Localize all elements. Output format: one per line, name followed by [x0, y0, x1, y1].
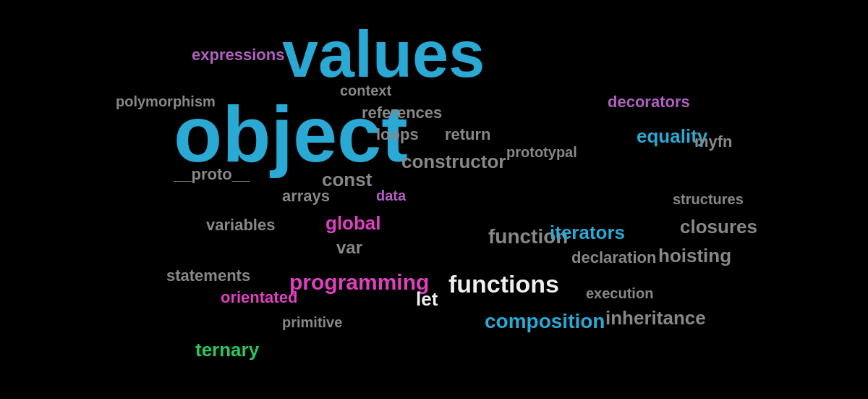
word-arrays: arrays	[282, 188, 330, 204]
word-expressions: expressions	[192, 47, 284, 63]
word-closures: closures	[680, 217, 757, 236]
word-statements: statements	[166, 268, 250, 284]
word-global: global	[326, 214, 381, 232]
word-let: let	[416, 290, 438, 308]
word-functions: functions	[448, 272, 559, 296]
word-inheritance: inheritance	[605, 308, 706, 327]
word-structures: structures	[673, 192, 744, 206]
word-polymorphism: polymorphism	[116, 94, 216, 109]
word-iterators: iterators	[550, 223, 625, 242]
word-orientated: orientated	[221, 290, 297, 306]
word-hoisting: hoisting	[658, 246, 731, 265]
word-composition: composition	[485, 311, 605, 332]
word-ternary: ternary	[195, 340, 259, 359]
word-loops: loops	[376, 127, 419, 143]
word---proto--: __proto__	[174, 167, 250, 182]
word-primitive: primitive	[282, 315, 342, 329]
word-context: context	[340, 83, 391, 98]
word-data: data	[376, 188, 406, 203]
word-programming: programming	[289, 272, 429, 293]
word-references: references	[362, 105, 442, 121]
word-myfn: myfn	[694, 134, 733, 150]
word-prototypal: prototypal	[506, 145, 577, 159]
word-var: var	[336, 239, 362, 256]
word-decorators: decorators	[608, 94, 690, 110]
word-values: values	[282, 22, 485, 87]
word-constructor: constructor	[401, 152, 506, 171]
word-return: return	[445, 127, 491, 143]
word-declaration: declaration	[571, 250, 656, 266]
word-variables: variables	[206, 217, 275, 233]
word-execution: execution	[586, 286, 653, 301]
word-cloud: valuesobjectexpressionscontextpolymorphi…	[0, 0, 868, 399]
